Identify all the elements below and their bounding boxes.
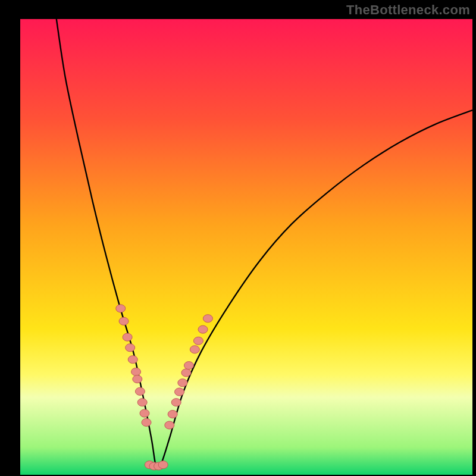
- watermark-text: TheBottleneck.com: [346, 2, 470, 18]
- left-beads-dot: [131, 368, 141, 375]
- left-beads-dot: [126, 344, 135, 352]
- left-beads-dot: [142, 418, 151, 426]
- left-beads-dot: [128, 356, 137, 364]
- right-beads-dot: [165, 421, 174, 429]
- left-beads-dot: [116, 305, 126, 312]
- right-beads-dot: [198, 325, 208, 333]
- chart-svg: [0, 0, 476, 476]
- left-beads-dot: [133, 375, 142, 383]
- right-beads-dot: [190, 346, 199, 353]
- left-beads-dot: [119, 317, 129, 325]
- chart-stage: TheBottleneck.com: [0, 0, 476, 476]
- right-beads-dot: [193, 337, 203, 345]
- right-beads-dot: [178, 379, 187, 387]
- left-beads-dot: [140, 409, 149, 417]
- left-beads-dot: [123, 333, 132, 341]
- right-beads-dot: [203, 315, 212, 322]
- right-beads-dot: [181, 369, 191, 377]
- right-beads-dot: [175, 388, 184, 396]
- left-beads-dot: [135, 387, 145, 395]
- floor-beads-dot: [158, 461, 168, 469]
- plot-background: [20, 19, 472, 475]
- right-beads-dot: [168, 411, 177, 418]
- left-beads-dot: [137, 399, 147, 406]
- right-beads-dot: [184, 362, 193, 369]
- right-beads-dot: [171, 399, 181, 406]
